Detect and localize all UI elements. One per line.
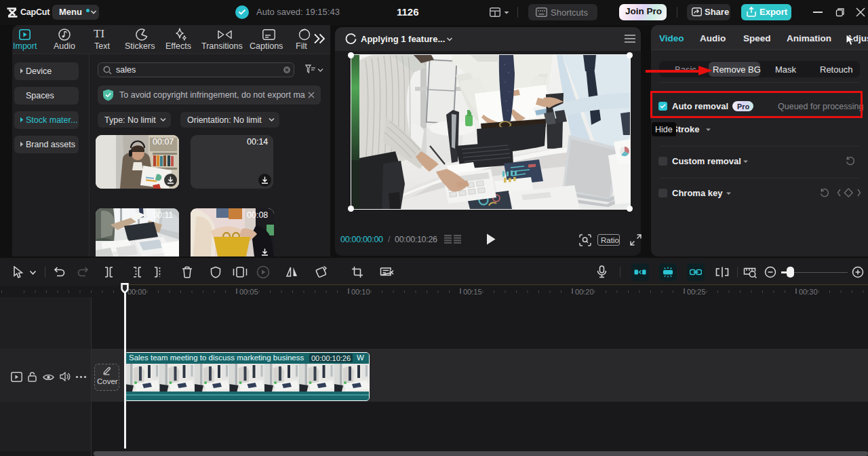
- svg-text:00:25: 00:25: [687, 288, 706, 296]
- svg-text:00:05: 00:05: [239, 288, 258, 296]
- svg-text:00:10: 00:10: [351, 288, 370, 296]
- svg-text:00:15: 00:15: [463, 288, 482, 296]
- svg-text:00:00: 00:00: [127, 288, 146, 296]
- svg-text:00:30: 00:30: [799, 288, 818, 296]
- svg-text:00:20: 00:20: [575, 288, 594, 296]
